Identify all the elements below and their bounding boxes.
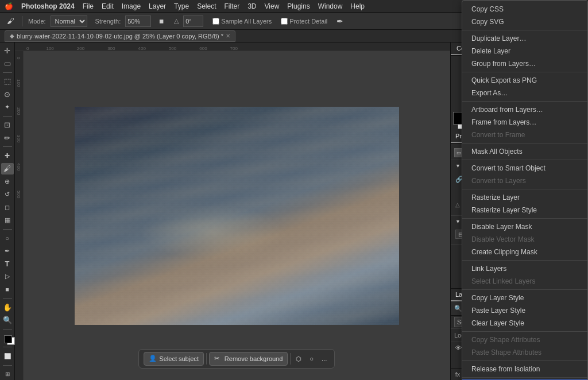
menu-window[interactable]: Window bbox=[318, 2, 343, 10]
menu-select[interactable]: Select bbox=[197, 2, 216, 10]
layer-fx-btn[interactable]: fx bbox=[453, 370, 462, 379]
ruler-tick-400: 400 bbox=[138, 46, 146, 51]
shape-tool[interactable]: ■ bbox=[1, 284, 14, 295]
cm-copy-layer-style[interactable]: Copy Layer Style bbox=[462, 292, 587, 304]
float-toolbar: 👤 Select subject ✂ Remove background ⬡ ○… bbox=[138, 349, 335, 369]
menu-view[interactable]: View bbox=[265, 2, 280, 10]
gradient-tool[interactable]: ▦ bbox=[1, 214, 14, 226]
brush-tool[interactable]: 🖌 bbox=[1, 163, 14, 175]
cm-clear-layer-style[interactable]: Clear Layer Style bbox=[462, 317, 587, 329]
select-subject-button[interactable]: 👤 Select subject bbox=[144, 352, 203, 366]
cm-sep-7 bbox=[462, 218, 587, 219]
zoom-tool[interactable]: 🔍 bbox=[1, 315, 14, 326]
doc-tab-title: blurry-water-2022-11-14-10-09-02-utc.jpg… bbox=[17, 33, 223, 40]
cm-link-layers[interactable]: Link Layers bbox=[462, 262, 587, 275]
pressure-icon[interactable]: ◼ bbox=[156, 15, 167, 27]
ruler-tick-100: 100 bbox=[46, 46, 53, 51]
cm-sep-12 bbox=[462, 377, 587, 378]
cm-rasterize-layer-style[interactable]: Rasterize Layer Style bbox=[462, 204, 587, 216]
strength-input[interactable] bbox=[125, 15, 151, 27]
clone-tool[interactable]: ⊕ bbox=[1, 176, 14, 187]
sample-all-label: Sample All Layers bbox=[212, 18, 272, 25]
cm-copy-svg[interactable]: Copy SVG bbox=[462, 15, 587, 28]
remove-background-button[interactable]: ✂ Remove background bbox=[209, 352, 288, 366]
cm-quick-export-png[interactable]: Quick Export as PNG bbox=[462, 74, 587, 87]
healing-tool[interactable]: ✚ bbox=[1, 150, 14, 161]
path-selection-tool[interactable]: ▷ bbox=[1, 271, 14, 282]
ruler-tick-200: 200 bbox=[77, 46, 84, 51]
spray-icon[interactable]: ✒ bbox=[334, 15, 346, 27]
close-tab-icon[interactable]: ✕ bbox=[226, 33, 230, 39]
document-tab[interactable]: ◆ blurry-water-2022-11-14-10-09-02-utc.j… bbox=[5, 30, 235, 42]
marquee-tool[interactable]: ⬚ bbox=[1, 76, 14, 87]
protect-detail-checkbox[interactable] bbox=[281, 18, 288, 25]
cm-release-isolation[interactable]: Release from Isolation bbox=[462, 363, 587, 375]
tools-separator-2 bbox=[3, 116, 12, 117]
history-brush-tool[interactable]: ↺ bbox=[1, 189, 14, 200]
cm-paste-layer-style[interactable]: Paste Layer Style bbox=[462, 304, 587, 317]
canvas-background[interactable]: 👤 Select subject ✂ Remove background ⬡ ○… bbox=[24, 51, 450, 380]
smudge-tool-icon[interactable]: 🖌 bbox=[5, 15, 16, 27]
crop-tool[interactable]: ⊡ bbox=[1, 119, 14, 131]
ruler-tick-700: 700 bbox=[230, 46, 238, 51]
cm-sep-8 bbox=[462, 260, 587, 261]
cm-convert-smart-object[interactable]: Convert to Smart Object bbox=[462, 162, 587, 175]
menu-type[interactable]: Type bbox=[174, 2, 189, 10]
layer-visibility-toggle[interactable]: 👁 bbox=[454, 344, 462, 352]
cm-rasterize-layer[interactable]: Rasterize Layer bbox=[462, 191, 587, 204]
cm-group-from-layers[interactable]: Group from Layers… bbox=[462, 57, 587, 70]
align-arrow: ▼ bbox=[455, 219, 461, 224]
canvas-image[interactable] bbox=[75, 107, 399, 325]
cm-sep-11 bbox=[462, 360, 587, 361]
cm-artboard-from-layers[interactable]: Artboard from Layers… bbox=[462, 103, 587, 116]
tools-panel: ✛ ▭ ⬚ ⊙ ✦ ⊡ ✏ ✚ 🖌 ⊕ ↺ ◻ ▦ ○ ✒ T ▷ ■ ✋ 🔍 … bbox=[0, 42, 15, 380]
more-options-button[interactable]: ... bbox=[319, 353, 330, 365]
cm-duplicate-layer[interactable]: Duplicate Layer… bbox=[462, 32, 587, 45]
text-tool[interactable]: T bbox=[1, 258, 14, 269]
lasso-tool[interactable]: ⊙ bbox=[1, 88, 14, 100]
magic-wand-tool[interactable]: ✦ bbox=[1, 101, 14, 113]
cm-export-as[interactable]: Export As… bbox=[462, 87, 587, 99]
mask-icon-btn[interactable]: ⬡ bbox=[293, 353, 304, 365]
cm-delete-layer[interactable]: Delete Layer bbox=[462, 45, 587, 57]
menu-filter[interactable]: Filter bbox=[224, 2, 239, 10]
cm-paste-shape-attr: Paste Shape Attributes bbox=[462, 346, 587, 359]
apple-menu[interactable]: 🍎 bbox=[5, 2, 13, 10]
ruler-top: 0 100 200 300 400 500 600 700 bbox=[15, 42, 450, 51]
menu-image[interactable]: Image bbox=[122, 2, 141, 10]
eraser-tool[interactable]: ◻ bbox=[1, 201, 14, 213]
menu-layer[interactable]: Layer bbox=[149, 2, 166, 10]
mode-select[interactable]: Normal bbox=[51, 15, 87, 27]
menu-edit[interactable]: Edit bbox=[102, 2, 114, 10]
ruler-tick-600: 600 bbox=[199, 46, 207, 51]
canvas-scroll[interactable]: 0 100 200 300 400 500 bbox=[15, 51, 450, 380]
eyedropper-tool[interactable]: ✏ bbox=[1, 132, 14, 144]
menu-file[interactable]: File bbox=[83, 2, 94, 10]
pen-tool[interactable]: ✒ bbox=[1, 245, 14, 257]
quick-mask-tool[interactable]: ⬜ bbox=[1, 350, 14, 362]
refine-btn[interactable]: ○ bbox=[307, 353, 316, 365]
dodge-tool[interactable]: ○ bbox=[1, 232, 14, 244]
ruler-v-400: 400 bbox=[16, 163, 21, 170]
ruler-tick-0: 0 bbox=[26, 46, 29, 51]
foreground-color[interactable] bbox=[1, 332, 14, 344]
cm-frame-from-layers[interactable]: Frame from Layers… bbox=[462, 116, 587, 129]
menu-3d[interactable]: 3D bbox=[247, 2, 256, 10]
menu-plugins[interactable]: Plugins bbox=[287, 2, 310, 10]
move-tool[interactable]: ✛ bbox=[1, 45, 14, 56]
angle-input[interactable] bbox=[183, 15, 203, 27]
menu-help[interactable]: Help bbox=[350, 2, 365, 10]
cm-disable-layer-mask[interactable]: Disable Layer Mask bbox=[462, 220, 587, 233]
hand-tool[interactable]: ✋ bbox=[1, 301, 14, 313]
cm-create-clipping-mask[interactable]: Create Clipping Mask bbox=[462, 246, 587, 258]
tools-separator-3 bbox=[3, 146, 12, 147]
screen-mode-tool[interactable]: ⊞ bbox=[1, 369, 14, 380]
menu-photoshop[interactable]: Photoshop 2024 bbox=[21, 2, 75, 10]
strength-label: Strength: bbox=[95, 18, 121, 25]
sample-all-checkbox[interactable] bbox=[212, 18, 219, 25]
cm-mask-all-objects[interactable]: Mask All Objects bbox=[462, 145, 587, 158]
context-menu: Copy CSS Copy SVG Duplicate Layer… Delet… bbox=[462, 0, 588, 380]
artboard-tool[interactable]: ▭ bbox=[1, 57, 14, 69]
cm-sep-10 bbox=[462, 331, 587, 332]
cm-copy-css[interactable]: Copy CSS bbox=[462, 3, 587, 15]
